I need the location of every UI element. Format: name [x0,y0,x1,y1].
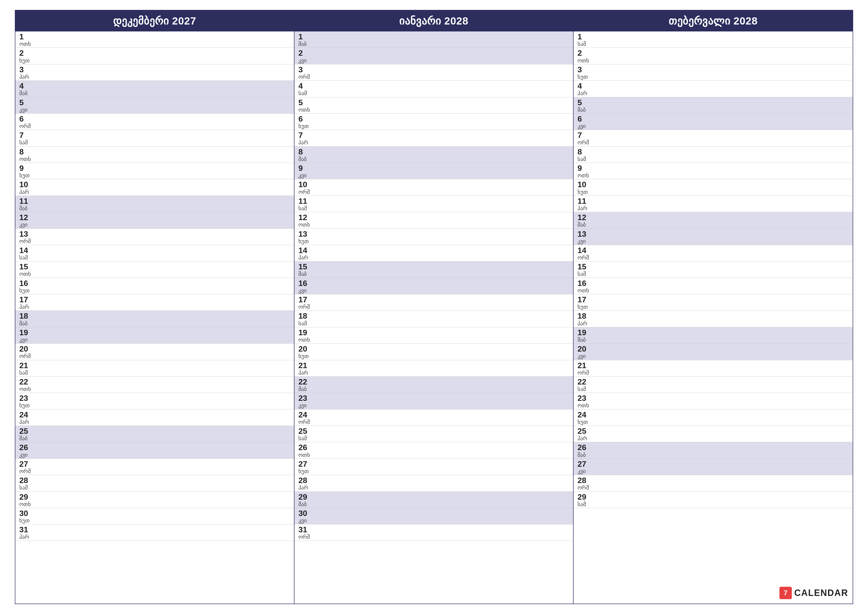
day-number: 19 [578,328,849,337]
day-number: 12 [19,213,290,222]
day-row: 26ოთხ [294,442,573,459]
day-row: 24პარ [16,409,294,426]
day-row: 6კვი [574,113,852,130]
day-name: ოთხ [19,156,290,162]
day-row: 20ხუთ [294,344,573,360]
day-name: შაბ [578,222,849,228]
day-row: 16ხუთ [16,278,294,294]
day-number: 11 [19,197,290,205]
logo-text: CALENDAR [794,588,848,598]
day-name: შაბ [298,501,569,507]
day-row: 15ოთხ [16,261,294,278]
day-number: 12 [578,213,849,222]
day-row: 18შაბ [16,311,294,327]
day-number: 15 [298,263,569,271]
day-number: 17 [298,295,569,304]
day-number: 24 [578,410,849,419]
day-name: ოთხ [19,271,290,277]
day-name: სამ [578,386,849,392]
day-row: 10ხუთ [574,179,852,196]
day-name: პარ [578,435,849,441]
day-name: ოთხ [19,41,290,47]
day-number: 24 [19,410,290,419]
day-name: ხუთ [19,403,290,409]
day-name: შაბ [578,107,849,113]
day-name: ხუთ [19,58,290,64]
day-number: 15 [578,263,849,271]
day-name: პარ [298,370,569,376]
day-number: 19 [19,328,290,337]
day-name: ხუთ [578,189,849,195]
calendar-page: დეკემბერი 20271ოთხ2ხუთ3პარ4შაბ5კვი6ორშ7ს… [0,0,868,614]
day-row: 20ორშ [16,344,294,360]
day-row: 7სამ [16,130,294,146]
day-name: ხუთ [298,238,569,244]
day-number: 21 [19,361,290,370]
day-number: 25 [19,427,290,435]
day-row: 19შაბ [574,327,852,344]
day-name: ხუთ [578,419,849,425]
day-number: 2 [298,49,569,58]
day-name: ორშ [578,370,849,376]
day-name: სამ [578,501,849,507]
day-row: 13კვი [574,229,852,245]
day-number: 5 [19,98,290,107]
day-name: პარ [19,74,290,80]
day-name: პარ [298,255,569,261]
day-number: 23 [578,394,849,403]
months-grid: დეკემბერი 20271ოთხ2ხუთ3პარ4შაბ5კვი6ორშ7ს… [15,10,853,604]
day-number: 19 [298,328,569,337]
day-number: 14 [578,246,849,255]
day-row: 16კვი [294,278,573,294]
days-list-december-2027: 1ოთხ2ხუთ3პარ4შაბ5კვი6ორშ7სამ8ოთხ9ხუთ10პა… [16,31,294,604]
day-name: კვი [578,123,849,129]
day-number: 20 [298,345,569,353]
day-row: 23კვი [294,393,573,409]
day-row: 25შაბ [16,426,294,442]
day-row: 26კვი [16,442,294,459]
day-name: პარ [19,189,290,195]
day-number: 14 [19,246,290,255]
day-name: სამ [298,90,569,96]
day-number: 22 [298,378,569,386]
day-number: 20 [19,345,290,353]
day-number: 18 [19,312,290,320]
day-number: 13 [578,230,849,238]
day-number: 29 [578,493,849,501]
day-name: ორშ [578,485,849,491]
day-row: 8სამ [574,146,852,163]
day-row: 21ორშ [574,360,852,376]
day-row: 6ორშ [16,113,294,130]
day-number: 29 [19,493,290,501]
day-row: 27ხუთ [294,459,573,475]
day-number: 8 [19,148,290,156]
day-row: 25სამ [294,426,573,442]
day-row: 17ხუთ [574,294,852,311]
day-name: სამ [19,255,290,261]
day-name: სამ [298,320,569,326]
day-number: 6 [298,115,569,123]
day-row: 5ოთხ [294,97,573,113]
day-number: 16 [298,279,569,288]
day-number: 17 [19,295,290,304]
day-row: 5კვი [16,97,294,113]
day-number: 1 [298,33,569,41]
day-name: სამ [578,156,849,162]
day-number: 25 [578,427,849,435]
day-name: პარ [578,320,849,326]
day-number: 10 [578,180,849,189]
day-name: შაბ [298,386,569,392]
day-number: 28 [19,476,290,485]
day-number: 17 [578,295,849,304]
day-row: 16ოთხ [574,278,852,294]
day-number: 9 [298,164,569,173]
day-row: 21სამ [16,360,294,376]
day-name: ოთხ [578,58,849,64]
day-name: ორშ [298,419,569,425]
day-row: 6ხუთ [294,113,573,130]
calendar-logo: 7 CALENDAR [780,587,848,599]
days-list-february-2028: 1სამ2ოთხ3ხუთ4პარ5შაბ6კვი7ორშ8სამ9ოთხ10ხუ… [574,31,852,604]
day-number: 12 [298,213,569,222]
day-number: 5 [578,98,849,107]
day-name: კვი [298,518,569,524]
